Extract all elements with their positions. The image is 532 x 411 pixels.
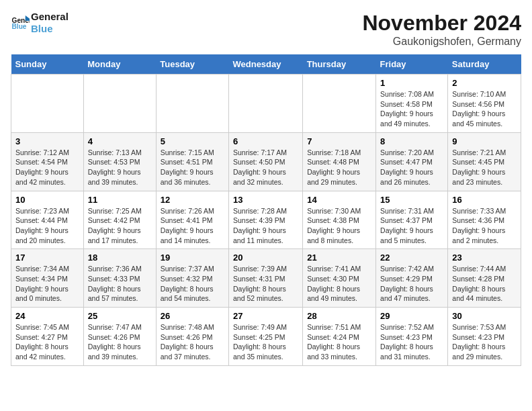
calendar-cell: 24Sunrise: 7:45 AM Sunset: 4:27 PM Dayli… [11,308,84,366]
logo-icon: General Blue [11,13,30,32]
day-info: Sunrise: 7:31 AM Sunset: 4:37 PM Dayligh… [380,206,443,246]
calendar-cell: 8Sunrise: 7:20 AM Sunset: 4:47 PM Daylig… [376,132,448,191]
day-info: Sunrise: 7:20 AM Sunset: 4:47 PM Dayligh… [380,148,443,187]
calendar-cell [11,75,84,133]
calendar-cell: 5Sunrise: 7:15 AM Sunset: 4:51 PM Daylig… [156,132,228,191]
day-number: 10 [15,195,79,205]
calendar-cell: 28Sunrise: 7:51 AM Sunset: 4:24 PM Dayli… [303,308,376,366]
day-info: Sunrise: 7:45 AM Sunset: 4:27 PM Dayligh… [15,322,79,362]
calendar-cell: 14Sunrise: 7:30 AM Sunset: 4:38 PM Dayli… [303,191,376,249]
calendar-week-4: 24Sunrise: 7:45 AM Sunset: 4:27 PM Dayli… [11,308,521,366]
calendar-week-0: 1Sunrise: 7:08 AM Sunset: 4:58 PM Daylig… [11,75,521,133]
day-number: 9 [452,136,517,146]
header-tuesday: Tuesday [156,54,228,75]
calendar-cell [83,75,156,133]
header-wednesday: Wednesday [228,54,302,75]
header-friday: Friday [376,54,448,75]
day-number: 1 [380,78,443,88]
header-saturday: Saturday [448,54,521,75]
calendar-cell: 29Sunrise: 7:52 AM Sunset: 4:23 PM Dayli… [376,308,448,366]
title-area: November 2024 Gaukonigshofen, Germany [362,11,521,48]
day-info: Sunrise: 7:48 AM Sunset: 4:26 PM Dayligh… [161,322,224,362]
calendar-table: SundayMondayTuesdayWednesdayThursdayFrid… [11,54,521,366]
day-info: Sunrise: 7:53 AM Sunset: 4:23 PM Dayligh… [452,322,517,362]
day-number: 2 [452,78,517,88]
day-number: 11 [88,195,152,205]
calendar-cell: 3Sunrise: 7:12 AM Sunset: 4:54 PM Daylig… [11,132,84,191]
day-number: 15 [380,195,443,205]
day-number: 16 [452,195,517,205]
logo: General Blue General Blue [11,11,69,35]
day-number: 3 [15,136,79,146]
day-info: Sunrise: 7:52 AM Sunset: 4:23 PM Dayligh… [380,322,443,362]
day-info: Sunrise: 7:41 AM Sunset: 4:30 PM Dayligh… [307,264,371,304]
calendar-cell: 27Sunrise: 7:49 AM Sunset: 4:25 PM Dayli… [228,308,302,366]
calendar-cell: 22Sunrise: 7:42 AM Sunset: 4:29 PM Dayli… [376,249,448,308]
day-number: 22 [380,253,443,263]
calendar-cell: 26Sunrise: 7:48 AM Sunset: 4:26 PM Dayli… [156,308,228,366]
calendar-cell: 6Sunrise: 7:17 AM Sunset: 4:50 PM Daylig… [228,132,302,191]
calendar-cell: 20Sunrise: 7:39 AM Sunset: 4:31 PM Dayli… [228,249,302,308]
day-info: Sunrise: 7:15 AM Sunset: 4:51 PM Dayligh… [161,148,224,187]
day-info: Sunrise: 7:28 AM Sunset: 4:39 PM Dayligh… [233,206,298,246]
calendar-cell: 15Sunrise: 7:31 AM Sunset: 4:37 PM Dayli… [376,191,448,249]
calendar-cell [303,75,376,133]
calendar-cell: 30Sunrise: 7:53 AM Sunset: 4:23 PM Dayli… [448,308,521,366]
day-info: Sunrise: 7:36 AM Sunset: 4:33 PM Dayligh… [88,264,152,304]
calendar-cell: 18Sunrise: 7:36 AM Sunset: 4:33 PM Dayli… [83,249,156,308]
logo-line1: General [31,11,69,23]
calendar-cell [228,75,302,133]
day-number: 13 [233,195,298,205]
day-number: 30 [452,311,517,321]
calendar-cell: 16Sunrise: 7:33 AM Sunset: 4:36 PM Dayli… [448,191,521,249]
day-info: Sunrise: 7:25 AM Sunset: 4:42 PM Dayligh… [88,206,152,246]
header-sunday: Sunday [11,54,84,75]
calendar-week-2: 10Sunrise: 7:23 AM Sunset: 4:44 PM Dayli… [11,191,521,249]
calendar-cell: 4Sunrise: 7:13 AM Sunset: 4:53 PM Daylig… [83,132,156,191]
day-info: Sunrise: 7:47 AM Sunset: 4:26 PM Dayligh… [88,322,152,362]
calendar-cell: 10Sunrise: 7:23 AM Sunset: 4:44 PM Dayli… [11,191,84,249]
calendar-cell: 12Sunrise: 7:26 AM Sunset: 4:41 PM Dayli… [156,191,228,249]
calendar-cell [156,75,228,133]
day-number: 20 [233,253,298,263]
header-thursday: Thursday [303,54,376,75]
calendar-cell: 23Sunrise: 7:44 AM Sunset: 4:28 PM Dayli… [448,249,521,308]
calendar-cell: 1Sunrise: 7:08 AM Sunset: 4:58 PM Daylig… [376,75,448,133]
day-info: Sunrise: 7:23 AM Sunset: 4:44 PM Dayligh… [15,206,79,246]
day-info: Sunrise: 7:49 AM Sunset: 4:25 PM Dayligh… [233,322,298,362]
calendar-cell: 9Sunrise: 7:21 AM Sunset: 4:45 PM Daylig… [448,132,521,191]
day-info: Sunrise: 7:51 AM Sunset: 4:24 PM Dayligh… [307,322,371,362]
day-number: 18 [88,253,152,263]
header-monday: Monday [83,54,156,75]
calendar-header-row: SundayMondayTuesdayWednesdayThursdayFrid… [11,54,521,75]
day-info: Sunrise: 7:08 AM Sunset: 4:58 PM Dayligh… [380,89,443,129]
day-number: 27 [233,311,298,321]
day-number: 29 [380,311,443,321]
day-number: 21 [307,253,371,263]
svg-text:Blue: Blue [12,23,27,30]
day-number: 14 [307,195,371,205]
logo-line2: Blue [31,23,69,35]
day-info: Sunrise: 7:26 AM Sunset: 4:41 PM Dayligh… [161,206,224,246]
day-number: 12 [161,195,224,205]
day-info: Sunrise: 7:33 AM Sunset: 4:36 PM Dayligh… [452,206,517,246]
location-title: Gaukonigshofen, Germany [362,36,521,48]
day-info: Sunrise: 7:21 AM Sunset: 4:45 PM Dayligh… [452,148,517,187]
day-info: Sunrise: 7:18 AM Sunset: 4:48 PM Dayligh… [307,148,371,187]
calendar-week-3: 17Sunrise: 7:34 AM Sunset: 4:34 PM Dayli… [11,249,521,308]
day-info: Sunrise: 7:30 AM Sunset: 4:38 PM Dayligh… [307,206,371,246]
day-number: 24 [15,311,79,321]
calendar-cell: 7Sunrise: 7:18 AM Sunset: 4:48 PM Daylig… [303,132,376,191]
calendar-cell: 25Sunrise: 7:47 AM Sunset: 4:26 PM Dayli… [83,308,156,366]
day-number: 17 [15,253,79,263]
month-title: November 2024 [362,11,521,36]
header: General Blue General Blue November 2024 … [11,11,521,48]
day-info: Sunrise: 7:10 AM Sunset: 4:56 PM Dayligh… [452,89,517,129]
calendar-cell: 13Sunrise: 7:28 AM Sunset: 4:39 PM Dayli… [228,191,302,249]
day-info: Sunrise: 7:37 AM Sunset: 4:32 PM Dayligh… [161,264,224,304]
day-number: 6 [233,136,298,146]
day-info: Sunrise: 7:34 AM Sunset: 4:34 PM Dayligh… [15,264,79,304]
day-number: 4 [88,136,152,146]
calendar-cell: 19Sunrise: 7:37 AM Sunset: 4:32 PM Dayli… [156,249,228,308]
day-number: 8 [380,136,443,146]
